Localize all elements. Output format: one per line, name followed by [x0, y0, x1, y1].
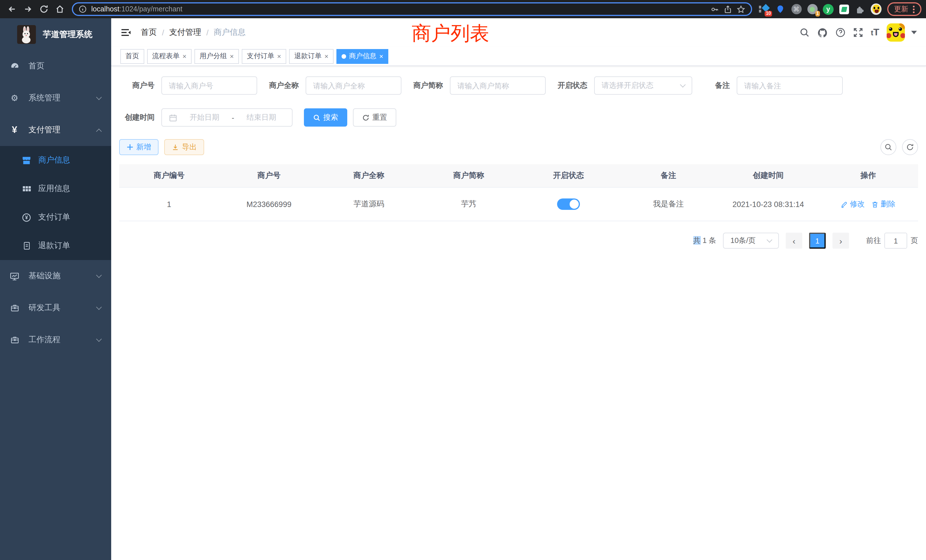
- browser-forward-button[interactable]: [21, 2, 35, 17]
- full-name-input[interactable]: [313, 81, 394, 90]
- extension-balloon-icon[interactable]: [775, 4, 786, 15]
- column-header: 操作: [818, 164, 918, 187]
- tab-refund-order[interactable]: 退款订单 ×: [289, 49, 334, 64]
- page-annotation-title: 商户列表: [412, 21, 489, 47]
- add-button[interactable]: 新增: [119, 139, 159, 155]
- page-size-select[interactable]: 10条/页: [723, 233, 779, 249]
- profile-avatar-emoji[interactable]: [871, 4, 882, 15]
- breadcrumb-payment[interactable]: 支付管理: [169, 27, 201, 38]
- start-date-placeholder: 开始日期: [181, 112, 228, 123]
- update-label: 更新: [894, 4, 908, 14]
- breadcrumb-separator: /: [206, 28, 209, 37]
- goto-page-input[interactable]: [884, 233, 907, 249]
- cell-merchant-id: 1: [119, 188, 219, 221]
- breadcrumb-home[interactable]: 首页: [141, 27, 157, 38]
- password-key-icon[interactable]: [710, 5, 719, 14]
- share-icon[interactable]: [723, 5, 732, 14]
- font-size-button[interactable]: tT: [871, 27, 879, 38]
- top-navbar: 首页 / 支付管理 / 商户信息 商户列表: [111, 18, 926, 47]
- filter-full-name: 商户全称: [269, 76, 401, 95]
- reset-button[interactable]: 重置: [353, 108, 396, 127]
- tab-label: 退款订单: [294, 51, 322, 61]
- sidebar-item-merchant-info[interactable]: 商户信息: [0, 146, 111, 174]
- tab-merchant-info-active[interactable]: 商户信息 ×: [336, 49, 388, 64]
- filter-label: 开启状态: [557, 80, 594, 91]
- column-header: 商户全称: [319, 164, 419, 187]
- user-avatar-pikachu[interactable]: [887, 23, 905, 42]
- browser-home-button[interactable]: [53, 2, 67, 17]
- tab-label: 商户信息: [349, 51, 376, 61]
- filter-short-name: 商户简称: [413, 76, 546, 95]
- next-page-button[interactable]: ›: [832, 233, 849, 249]
- page-1-button[interactable]: 1: [809, 233, 826, 249]
- avatar-dropdown-caret-icon[interactable]: [911, 31, 917, 34]
- tab-home[interactable]: 首页: [120, 49, 144, 64]
- close-icon[interactable]: ×: [379, 53, 383, 60]
- hide-search-button[interactable]: [881, 139, 896, 155]
- extension-notes-icon[interactable]: [839, 4, 850, 15]
- remark-input[interactable]: [744, 81, 835, 90]
- toolbar-right: [881, 139, 918, 155]
- github-button[interactable]: [817, 27, 828, 38]
- sidebar-item-payment[interactable]: ¥ 支付管理: [0, 114, 111, 146]
- yen-icon: ¥: [10, 124, 20, 136]
- tab-process-form[interactable]: 流程表单 ×: [147, 49, 192, 64]
- bookmark-star-icon[interactable]: [737, 5, 745, 14]
- sidebar-item-pay-order[interactable]: ¥ 支付订单: [0, 203, 111, 232]
- extension-proxy-icon[interactable]: 1: [807, 4, 818, 15]
- gear-icon: ⚙: [10, 93, 20, 103]
- close-icon[interactable]: ×: [277, 53, 281, 60]
- sidebar-item-label: 系统管理: [29, 93, 88, 103]
- fullscreen-button[interactable]: [853, 27, 864, 38]
- extension-bookmarks-icon[interactable]: 10: [759, 4, 770, 15]
- export-button[interactable]: 导出: [164, 139, 204, 155]
- filter-remark: 备注: [714, 76, 843, 95]
- tab-user-group[interactable]: 用户分组 ×: [194, 49, 239, 64]
- app-logo-rabbit: [17, 25, 36, 44]
- app-title: 芋道管理系统: [43, 29, 92, 39]
- pagination: 共 1 条 10条/页 ‹ 1 › 前往 页: [119, 233, 918, 249]
- browser-reload-button[interactable]: [36, 2, 51, 17]
- sidebar-collapse-button[interactable]: [120, 27, 132, 38]
- header-search-button[interactable]: [800, 27, 810, 38]
- sidebar-item-workflow[interactable]: 工作流程: [0, 324, 111, 356]
- extensions-puzzle-icon[interactable]: [855, 4, 865, 15]
- url-path: :1024/pay/merchant: [120, 5, 183, 13]
- cell-full-name: 芋道源码: [319, 188, 419, 221]
- browser-menu-kebab-icon[interactable]: [913, 5, 915, 13]
- extension-yuque-icon[interactable]: y: [823, 4, 834, 15]
- short-name-input[interactable]: [457, 81, 538, 90]
- sidebar-item-refund-order[interactable]: 退款订单: [0, 232, 111, 260]
- browser-back-button[interactable]: [5, 2, 20, 17]
- help-icon: [836, 27, 846, 38]
- sidebar-item-app-info[interactable]: 应用信息: [0, 174, 111, 203]
- status-toggle[interactable]: [557, 198, 580, 210]
- prev-page-button[interactable]: ‹: [786, 233, 802, 249]
- tab-pay-order[interactable]: 支付订单 ×: [242, 49, 286, 64]
- extension-command-icon[interactable]: ⌘: [791, 4, 802, 15]
- sidebar-item-home[interactable]: 首页: [0, 50, 111, 82]
- merchant-no-input[interactable]: [169, 81, 250, 90]
- date-range-picker[interactable]: 开始日期 - 结束日期: [161, 108, 292, 127]
- sidebar-item-system[interactable]: ⚙ 系统管理: [0, 82, 111, 114]
- search-button[interactable]: 搜索: [304, 108, 347, 127]
- status-select[interactable]: 请选择开启状态: [594, 76, 692, 95]
- sidebar-item-dev-tools[interactable]: 研发工具: [0, 292, 111, 324]
- refresh-table-button[interactable]: [902, 139, 918, 155]
- close-icon[interactable]: ×: [324, 53, 328, 60]
- filter-label: 备注: [714, 80, 737, 91]
- delete-link[interactable]: 删除: [872, 199, 896, 209]
- site-info-icon[interactable]: [79, 5, 87, 13]
- chevron-up-icon: [96, 128, 102, 134]
- sidebar-logo[interactable]: 芋道管理系统: [0, 18, 111, 50]
- edit-link[interactable]: 修改: [841, 199, 865, 209]
- help-button[interactable]: [836, 27, 846, 38]
- browser-update-button[interactable]: 更新: [887, 2, 921, 16]
- sidebar-item-infrastructure[interactable]: 基础设施: [0, 260, 111, 292]
- tab-label: 首页: [126, 51, 139, 61]
- close-icon[interactable]: ×: [230, 53, 234, 60]
- close-icon[interactable]: ×: [183, 53, 186, 60]
- chevron-down-icon: [680, 82, 685, 88]
- url-bar[interactable]: localhost:1024/pay/merchant: [72, 2, 752, 16]
- extensions-row: 10 ⌘ 1 y: [759, 4, 882, 15]
